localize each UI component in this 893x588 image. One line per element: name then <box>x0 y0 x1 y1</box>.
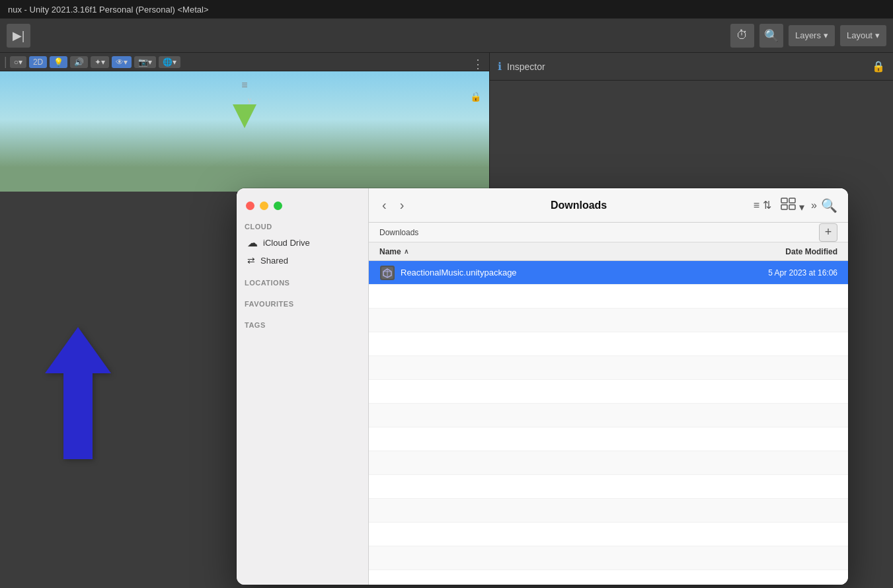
empty-row <box>369 451 848 475</box>
col-date-header[interactable]: Date Modified <box>705 247 837 256</box>
file-name: ReactionalMusic.unitypackage <box>401 268 705 277</box>
sidebar-item-shared[interactable]: ⇄ Shared <box>239 252 366 268</box>
unity-inspector-panel: ℹ Inspector 🔒 <box>489 53 893 192</box>
scene-menu-dots[interactable]: ⋮ <box>472 57 484 71</box>
scene-content: ≡ y 🔒 <box>0 71 489 192</box>
sidebar-favourites-title: Favourites <box>237 300 368 311</box>
finder-window-title: Downloads <box>420 200 738 211</box>
svg-rect-4 <box>789 205 795 209</box>
window-chrome <box>237 188 369 223</box>
unity-titlebar: nux - Unity 2021.3.16f1 Personal (Person… <box>0 0 893 18</box>
layers-dropdown-icon: ▾ <box>824 30 828 40</box>
add-icon: + <box>825 225 832 239</box>
toolbar-right: ⏱ 🔍 Layers ▾ Layout ▾ <box>730 24 886 48</box>
grid-view-button[interactable]: ▾ <box>778 195 807 216</box>
layers-dropdown[interactable]: Layers ▾ <box>789 25 835 46</box>
scene-visible-btn[interactable]: 👁▾ <box>112 56 132 68</box>
layout-dropdown-icon: ▾ <box>875 30 880 40</box>
sidebar-shared-label: Shared <box>260 256 288 266</box>
nav-forward-button[interactable]: › <box>397 195 407 215</box>
empty-rows <box>369 285 848 570</box>
finder-main: ‹ › Downloads ≡ ⇅ ▾ » <box>369 188 848 585</box>
scene-handle: ≡ <box>241 79 247 91</box>
gizmo-triangle <box>233 104 256 128</box>
scene-fx-btn[interactable]: ✦▾ <box>91 56 109 68</box>
grid-dropdown-icon: ▾ <box>799 202 804 213</box>
empty-row <box>369 427 848 451</box>
scene-toolbar: | ○▾ 2D 💡 🔊 ✦▾ 👁▾ 📷▾ 🌐▾ ⋮ <box>0 53 489 71</box>
minimize-button[interactable] <box>260 202 268 210</box>
svg-rect-1 <box>781 198 787 203</box>
sidebar-icloud-label: iCloud Drive <box>263 238 310 248</box>
shared-icon: ⇄ <box>247 255 255 266</box>
scene-globe-btn[interactable]: 🌐▾ <box>159 56 180 68</box>
empty-row <box>369 404 848 427</box>
scene-camera-btn[interactable]: 📷▾ <box>134 56 156 68</box>
scene-light-btn[interactable]: 💡 <box>50 56 67 68</box>
empty-row <box>369 356 848 380</box>
inspector-info-icon: ℹ <box>498 60 502 73</box>
sidebar-locations-section: Locations <box>237 279 368 289</box>
col-date-label: Date Modified <box>785 247 837 256</box>
scene-audio-btn[interactable]: 🔊 <box>70 56 88 68</box>
layers-label: Layers <box>795 30 821 40</box>
gizmo-y-label: y <box>248 96 261 104</box>
play-icon: ▶| <box>13 28 25 43</box>
layout-dropdown[interactable]: Layout ▾ <box>840 25 886 46</box>
grid-icon <box>781 198 796 211</box>
inspector-tab[interactable]: ℹ Inspector 🔒 <box>490 53 893 81</box>
finder-path-label: Downloads <box>379 228 418 237</box>
sidebar-favourites-section: Favourites <box>237 300 368 311</box>
nav-back-button[interactable]: ‹ <box>379 195 389 215</box>
search-button[interactable]: 🔍 <box>759 24 783 48</box>
search-icon: 🔍 <box>764 28 779 43</box>
scene-2d-btn[interactable]: 2D <box>29 56 47 68</box>
finder-sidebar: Cloud ☁ iCloud Drive ⇄ Shared Locations … <box>237 188 369 585</box>
blue-arrow-annotation <box>45 327 111 462</box>
finder-search-button[interactable]: 🔍 <box>821 198 837 213</box>
history-icon: ⏱ <box>736 28 748 42</box>
svg-rect-3 <box>781 205 787 209</box>
add-button[interactable]: + <box>819 223 837 242</box>
finder-window: Cloud ☁ iCloud Drive ⇄ Shared Locations … <box>237 188 848 585</box>
unity-scene-panel: | ○▾ 2D 💡 🔊 ✦▾ 👁▾ 📷▾ 🌐▾ ⋮ ≡ y 🔒 <box>0 53 489 192</box>
arrow-svg <box>45 327 111 459</box>
svg-marker-9 <box>45 327 111 459</box>
scene-lock-icon: 🔒 <box>470 91 481 102</box>
sidebar-locations-title: Locations <box>237 279 368 289</box>
table-row[interactable]: ReactionalMusic.unitypackage 5 Apr 2023 … <box>369 261 848 285</box>
more-button[interactable]: » <box>811 200 817 211</box>
svg-rect-2 <box>789 198 795 203</box>
inspector-label: Inspector <box>507 61 545 72</box>
sidebar-cloud-title: Cloud <box>237 223 368 233</box>
play-button[interactable]: ▶| <box>7 24 30 48</box>
close-button[interactable] <box>246 202 254 210</box>
empty-row <box>369 475 848 499</box>
svg-text:y: y <box>248 96 251 104</box>
icloud-icon: ☁ <box>247 237 258 249</box>
empty-row <box>369 285 848 309</box>
empty-row <box>369 523 848 546</box>
col-sort-arrow: ∧ <box>404 248 408 255</box>
sidebar-tags-title: Tags <box>237 321 368 332</box>
scene-toolbar-separator: | <box>4 55 7 69</box>
file-icon <box>379 265 395 281</box>
empty-row <box>369 546 848 570</box>
maximize-button[interactable] <box>274 202 282 210</box>
finder-toolbar: ‹ › Downloads ≡ ⇅ ▾ » <box>369 188 848 223</box>
list-view-button[interactable]: ≡ ⇅ <box>751 196 774 214</box>
history-button[interactable]: ⏱ <box>730 24 754 48</box>
finder-file-list: ReactionalMusic.unitypackage 5 Apr 2023 … <box>369 261 848 585</box>
empty-row <box>369 380 848 404</box>
file-date: 5 Apr 2023 at 16:06 <box>705 268 837 277</box>
inspector-lock-icon[interactable]: 🔒 <box>872 60 885 73</box>
empty-row <box>369 332 848 356</box>
sidebar-tags-section: Tags <box>237 321 368 332</box>
unity-title-text: nux - Unity 2021.3.16f1 Personal (Person… <box>8 5 209 15</box>
sidebar-cloud-section: Cloud ☁ iCloud Drive ⇄ Shared <box>237 223 368 268</box>
col-name-header[interactable]: Name ∧ <box>379 247 705 256</box>
layout-label: Layout <box>847 30 873 40</box>
sidebar-item-icloud[interactable]: ☁ iCloud Drive <box>239 234 366 252</box>
scene-sphere-btn[interactable]: ○▾ <box>10 56 26 68</box>
unity-toolbar: ▶| ⏱ 🔍 Layers ▾ Layout ▾ <box>0 18 893 53</box>
